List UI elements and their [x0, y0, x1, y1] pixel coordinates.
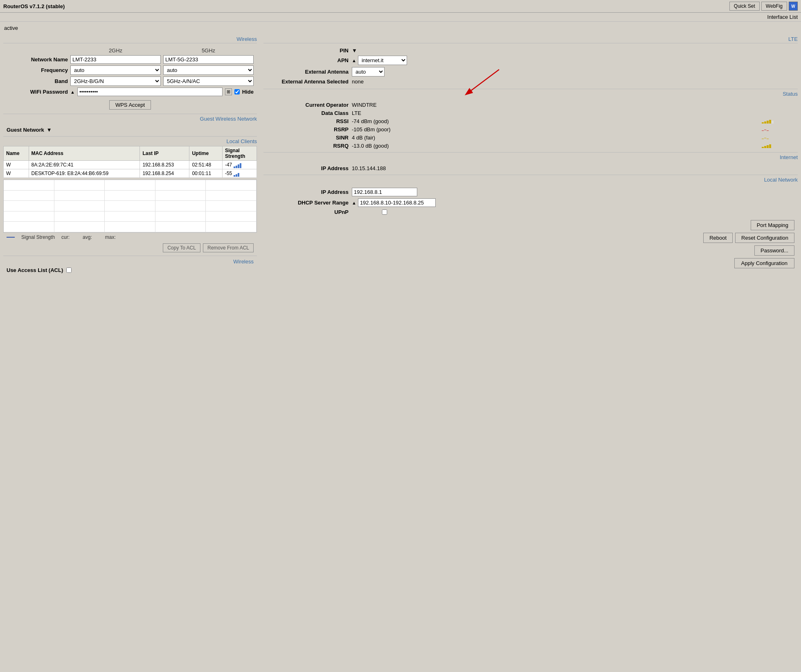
rsrp-value: -105 dBm (poor): [352, 126, 758, 133]
acl-row: Use Access List (ACL): [7, 267, 254, 273]
network-name-label: Network Name: [7, 56, 68, 63]
client-name: W: [4, 161, 29, 169]
current-operator-value: WINDTRE: [352, 102, 758, 108]
frequency-2ghz-select[interactable]: auto: [70, 65, 161, 75]
reboot-reset-row: Reboot Reset Configuration: [703, 233, 794, 243]
local-ip-input[interactable]: [352, 188, 417, 196]
col-2ghz: 2GHz: [70, 47, 161, 54]
right-panel: LTE PIN ▼ APN ▲ internet.it External Ant…: [257, 34, 798, 276]
acl-buttons: Copy To ACL Remove From ACL: [3, 242, 257, 254]
bottom-buttons: Port Mapping Reboot Reset Configuration …: [263, 217, 798, 268]
table-row: W DESKTOP-619: E8:2A:44:B6:69:59 192.168…: [4, 169, 257, 178]
network-name-2ghz-input[interactable]: [70, 55, 161, 64]
wireless-section-header: Wireless: [3, 34, 257, 43]
apn-label: APN: [267, 57, 349, 63]
sinr-label: SINR: [267, 135, 349, 141]
local-ip-label: IP Address: [267, 189, 349, 195]
client-signal: -55: [222, 169, 256, 178]
quick-set-button[interactable]: Quick Set: [729, 2, 760, 11]
status-grid: Current Operator WINDTRE Data Class LTE …: [263, 100, 798, 151]
band-label: Band: [7, 78, 68, 84]
band-5ghz-select[interactable]: 5GHz-A/N/AC: [163, 76, 254, 86]
client-ip: 192.168.8.254: [140, 169, 189, 178]
password-row: Password...: [754, 245, 794, 256]
wifi-password-row: ▲ ⊞ Hide: [70, 88, 254, 96]
port-mapping-button[interactable]: Port Mapping: [751, 220, 794, 230]
local-network-section: Local Network IP Address DHCP Server Ran…: [263, 175, 798, 217]
apn-row: ▲ internet.it: [352, 56, 794, 65]
clients-table: Name MAC Address Last IP Uptime SignalSt…: [3, 146, 257, 178]
col-5ghz: 5GHz: [163, 47, 254, 54]
password-show-button[interactable]: ⊞: [225, 88, 232, 95]
data-class-value: LTE: [352, 110, 758, 116]
hide-password-checkbox[interactable]: [234, 89, 240, 94]
rsrq-indicator: [762, 144, 794, 148]
local-network-header: Local Network: [263, 175, 798, 184]
remove-from-acl-button[interactable]: Remove From ACL: [203, 243, 254, 252]
dhcp-range-label: DHCP Server Range: [267, 200, 349, 206]
local-network-grid: IP Address DHCP Server Range ▲ UPnP: [263, 186, 798, 217]
client-mac: DESKTOP-619: E8:2A:44:B6:69:59: [29, 169, 140, 178]
external-antenna-select[interactable]: auto: [352, 67, 385, 76]
dhcp-range-input[interactable]: [358, 198, 436, 207]
rsrp-label: RSRP: [267, 126, 349, 133]
guest-network-row: Guest Network ▼: [3, 125, 257, 135]
frequency-5ghz-select[interactable]: auto: [163, 65, 254, 75]
password-button[interactable]: Password...: [754, 245, 794, 256]
client-mac: 8A:2A:2E:69:7C:41: [29, 161, 140, 169]
interface-list-bar: Interface List: [0, 13, 801, 22]
band-2ghz-select[interactable]: 2GHz-B/G/N: [70, 76, 161, 86]
internet-header: Internet: [263, 153, 798, 161]
network-name-5ghz-input[interactable]: [163, 55, 254, 64]
port-mapping-row: Port Mapping: [751, 220, 794, 230]
main-content: Wireless 2GHz 5GHz Network Name Frequenc…: [0, 34, 801, 279]
apn-select[interactable]: internet.it: [358, 56, 407, 65]
sinr-indicator: [762, 136, 794, 140]
pin-dropdown-icon[interactable]: ▼: [352, 47, 357, 54]
data-class-label: Data Class: [267, 110, 349, 116]
reboot-button[interactable]: Reboot: [703, 233, 733, 243]
wifi-password-input[interactable]: [77, 88, 223, 96]
signal-line-icon: [7, 237, 15, 238]
rssi-label: RSSI: [267, 118, 349, 124]
external-antenna-label: External Antenna: [267, 69, 349, 75]
internet-section: Internet IP Address 10.15.144.188: [263, 152, 798, 173]
frequency-label: Frequency: [7, 67, 68, 73]
apply-configuration-button[interactable]: Apply Configuration: [734, 258, 794, 268]
upnp-label: UPnP: [267, 209, 349, 215]
top-bar-actions: Quick Set WebFig W: [729, 2, 798, 11]
client-uptime: 02:51:48: [189, 161, 223, 169]
reset-configuration-button[interactable]: Reset Configuration: [735, 233, 794, 243]
wireless-bottom-header: Wireless: [7, 258, 254, 265]
lte-section-header: LTE: [263, 34, 798, 43]
wps-accept-button[interactable]: WPS Accept: [109, 100, 151, 110]
wifi-password-label: WiFi Password: [7, 89, 68, 95]
sinr-value: 4 dB (fair): [352, 135, 758, 141]
signal-strength-label: Signal Strength: [21, 234, 55, 240]
copy-to-acl-button[interactable]: Copy To ACL: [163, 243, 200, 252]
guest-network-label: Guest Network: [7, 127, 44, 133]
rssi-indicator: [762, 119, 794, 124]
guest-network-dropdown-icon[interactable]: ▼: [47, 127, 52, 133]
signal-chart-area: [3, 180, 257, 233]
rsrq-value: -13.0 dB (good): [352, 143, 758, 149]
active-label: active: [0, 22, 801, 34]
max-label: max:: [105, 234, 116, 240]
col-name: Name: [4, 146, 29, 161]
left-panel: Wireless 2GHz 5GHz Network Name Frequenc…: [3, 34, 257, 276]
upnp-checkbox[interactable]: [352, 209, 417, 215]
ext-antenna-selected-label: External Antenna Selected: [267, 79, 349, 85]
cur-label: cur:: [61, 234, 70, 240]
table-row: W 8A:2A:2E:69:7C:41 192.168.8.253 02:51:…: [4, 161, 257, 169]
webfig-icon: W: [789, 2, 798, 11]
rssi-value: -74 dBm (good): [352, 118, 758, 124]
rsrp-indicator: [762, 128, 794, 132]
client-uptime: 00:01:11: [189, 169, 223, 178]
avg-label: avg:: [83, 234, 92, 240]
use-acl-checkbox[interactable]: [66, 267, 72, 273]
current-operator-label: Current Operator: [267, 102, 349, 108]
webfig-button[interactable]: WebFig: [761, 2, 787, 11]
dhcp-row: ▲: [352, 198, 794, 207]
col-uptime: Uptime: [189, 146, 223, 161]
internet-ip-value: 10.15.144.188: [352, 165, 794, 171]
